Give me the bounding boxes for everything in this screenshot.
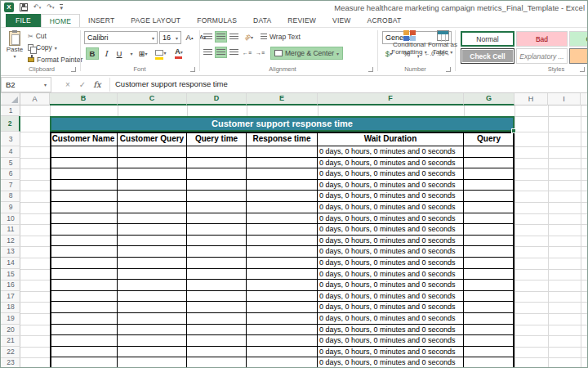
row-header-3[interactable]: 3 xyxy=(1,132,20,146)
column-header-b[interactable]: B xyxy=(50,93,118,105)
empty-cell[interactable] xyxy=(187,224,247,236)
empty-cell[interactable] xyxy=(247,246,318,258)
wait-duration-cell[interactable]: 0 days, 0 hours, 0 minutes and 0 seconds xyxy=(318,213,464,225)
bold-button[interactable]: B xyxy=(86,47,99,60)
empty-cell[interactable] xyxy=(187,269,247,280)
empty-cell[interactable] xyxy=(464,224,514,236)
cell-style-normal[interactable]: Normal xyxy=(461,31,514,47)
empty-cell[interactable] xyxy=(118,146,187,158)
row-header-21[interactable]: 21 xyxy=(1,335,20,347)
column-header-e[interactable]: E xyxy=(247,93,318,105)
column-header-g[interactable]: G xyxy=(464,93,514,105)
empty-cell[interactable] xyxy=(118,302,187,313)
empty-cell[interactable] xyxy=(118,236,187,247)
empty-cell[interactable] xyxy=(50,347,118,358)
empty-cell[interactable] xyxy=(247,202,318,213)
format-as-table-button[interactable]: Format as Table ▾ xyxy=(426,30,459,56)
empty-cell[interactable] xyxy=(247,224,318,236)
empty-cell[interactable] xyxy=(464,357,514,368)
selection-fill-handle[interactable] xyxy=(511,128,516,133)
cell-style-explanatory[interactable]: Explanatory ... xyxy=(516,48,568,64)
font-family-select[interactable]: Calibri ▾ xyxy=(84,31,158,44)
empty-cell[interactable] xyxy=(187,246,247,258)
empty-cell[interactable] xyxy=(187,202,247,213)
row-header-4[interactable]: 4 xyxy=(1,146,20,158)
empty-cell[interactable] xyxy=(187,280,247,291)
empty-cell[interactable] xyxy=(50,335,118,347)
empty-cell[interactable] xyxy=(464,313,514,325)
align-right-button[interactable] xyxy=(228,47,240,58)
table-header-cell[interactable]: Query time xyxy=(187,132,247,146)
copy-dropdown-icon[interactable]: ▾ xyxy=(55,45,57,51)
empty-cell[interactable] xyxy=(464,236,514,247)
tab-data[interactable]: DATA xyxy=(245,14,279,27)
empty-cell[interactable] xyxy=(50,325,118,336)
empty-cell[interactable] xyxy=(118,168,187,180)
formula-input[interactable]: Customer support response time xyxy=(115,79,228,88)
empty-cell[interactable] xyxy=(50,302,118,313)
column-header-extra[interactable] xyxy=(581,93,588,105)
empty-cell[interactable] xyxy=(50,313,118,325)
redo-icon[interactable]: ↷▾ xyxy=(47,3,54,11)
empty-cell[interactable] xyxy=(187,291,247,303)
row-header-13[interactable]: 13 xyxy=(1,246,20,258)
empty-cell[interactable] xyxy=(187,357,247,368)
empty-cell[interactable] xyxy=(50,280,118,291)
empty-cell[interactable] xyxy=(50,213,118,225)
empty-cell[interactable] xyxy=(118,258,187,269)
column-header-a[interactable]: A xyxy=(20,93,50,105)
empty-cell[interactable] xyxy=(464,213,514,225)
center-button[interactable] xyxy=(215,47,227,58)
empty-cell[interactable] xyxy=(118,191,187,202)
empty-cell[interactable] xyxy=(118,269,187,280)
cell-style-good[interactable]: Good xyxy=(569,31,588,47)
underline-button[interactable]: U xyxy=(113,47,126,60)
empty-cell[interactable] xyxy=(187,168,247,180)
empty-cell[interactable] xyxy=(247,180,318,191)
empty-cell[interactable] xyxy=(50,291,118,303)
column-header-d[interactable]: D xyxy=(187,93,247,105)
row-header-11[interactable]: 11 xyxy=(1,224,20,236)
empty-cell[interactable] xyxy=(50,258,118,269)
empty-cell[interactable] xyxy=(187,191,247,202)
insert-function-button[interactable]: fx xyxy=(91,78,104,91)
empty-cell[interactable] xyxy=(118,280,187,291)
empty-cell[interactable] xyxy=(247,280,318,291)
empty-cell[interactable] xyxy=(118,335,187,347)
cut-button[interactable]: ✂ Cut xyxy=(28,32,47,40)
top-align-button[interactable] xyxy=(202,31,214,43)
copy-button[interactable]: Copy ▾ xyxy=(28,43,57,52)
empty-cell[interactable] xyxy=(247,158,318,169)
increase-indent-button[interactable]: →≡ xyxy=(254,47,266,58)
row-header-16[interactable]: 16 xyxy=(1,280,20,291)
conditional-formatting-button[interactable]: Conditional Formatting ▾ xyxy=(390,30,428,56)
empty-cell[interactable] xyxy=(464,246,514,258)
row-header-20[interactable]: 20 xyxy=(1,325,20,336)
wait-duration-cell[interactable]: 0 days, 0 hours, 0 minutes and 0 seconds xyxy=(318,302,464,313)
row-header-19[interactable]: 19 xyxy=(1,313,20,325)
middle-align-button[interactable] xyxy=(215,31,227,43)
empty-cell[interactable] xyxy=(187,325,247,336)
empty-cell[interactable] xyxy=(187,347,247,358)
fill-color-button[interactable]: ▾ xyxy=(154,47,167,59)
empty-cell[interactable] xyxy=(464,191,514,202)
row-header-18[interactable]: 18 xyxy=(1,302,20,313)
row-header-9[interactable]: 9 xyxy=(1,202,20,213)
wait-duration-cell[interactable]: 0 days, 0 hours, 0 minutes and 0 seconds xyxy=(318,246,464,258)
empty-cell[interactable] xyxy=(464,347,514,358)
empty-cell[interactable] xyxy=(118,246,187,258)
borders-button[interactable]: ⊞▾ xyxy=(136,47,149,60)
empty-cell[interactable] xyxy=(187,146,247,158)
spreadsheet-grid[interactable]: Customer NameCustomer QueryQuery timeRes… xyxy=(1,93,588,368)
row-header-17[interactable]: 17 xyxy=(1,291,20,303)
tab-review[interactable]: REVIEW xyxy=(279,14,324,27)
empty-cell[interactable] xyxy=(187,213,247,225)
row-header-14[interactable]: 14 xyxy=(1,258,20,269)
tab-insert[interactable]: INSERT xyxy=(80,14,122,27)
name-box[interactable]: B2 ▾ xyxy=(1,77,51,92)
wait-duration-cell[interactable]: 0 days, 0 hours, 0 minutes and 0 seconds xyxy=(318,291,464,303)
paste-dropdown-icon[interactable]: ▾ xyxy=(13,53,16,59)
table-header-cell[interactable]: Response time xyxy=(247,132,318,146)
wait-duration-cell[interactable]: 0 days, 0 hours, 0 minutes and 0 seconds xyxy=(318,236,464,247)
row-header-23[interactable]: 23 xyxy=(1,357,20,368)
